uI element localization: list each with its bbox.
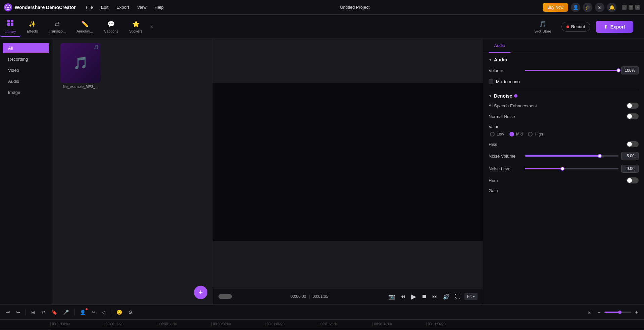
add-media-button[interactable]: +: [194, 286, 207, 299]
mix-to-mono-row: Mix to mono: [489, 79, 639, 84]
arrow-left-button[interactable]: ◁: [100, 308, 107, 316]
mix-to-mono-checkbox[interactable]: [489, 79, 493, 84]
mix-to-mono-label: Mix to mono: [496, 79, 520, 84]
toolbar-more-button[interactable]: ›: [148, 21, 155, 33]
menu-help[interactable]: Help: [151, 3, 167, 11]
tab-transitions-label: Transitio...: [49, 29, 66, 33]
zoom-fit-button[interactable]: ⊡: [586, 308, 594, 316]
radio-mid-label: Mid: [516, 132, 523, 136]
sidebar-item-recording[interactable]: Recording: [3, 54, 49, 64]
noise-volume-value[interactable]: -5.00: [621, 152, 639, 160]
redo-button[interactable]: ↪: [14, 308, 22, 316]
fullscreen-button[interactable]: ⛶: [454, 292, 462, 301]
tab-stickers[interactable]: ⭐ Stickers: [125, 18, 147, 36]
notification-icon[interactable]: 🎓: [583, 3, 592, 12]
panel-tab-audio[interactable]: Audio: [489, 39, 510, 53]
ai-speech-toggle[interactable]: [627, 103, 639, 109]
mail-icon[interactable]: ✉: [595, 3, 604, 12]
tab-library[interactable]: Library: [0, 16, 21, 37]
volume-slider[interactable]: [525, 70, 618, 71]
sidebar-item-all[interactable]: All: [3, 43, 49, 53]
play-button[interactable]: ▶: [410, 291, 417, 302]
marker-button[interactable]: 🔖: [49, 308, 59, 316]
bell-icon[interactable]: 🔔: [607, 3, 616, 12]
radio-high-label: High: [535, 132, 543, 136]
buy-now-button[interactable]: Buy Now: [543, 3, 568, 12]
media-item[interactable]: 🎵 🎵 file_example_MP3_...: [56, 43, 105, 89]
tab-effects[interactable]: ✨ Effects: [22, 18, 43, 36]
menu-view[interactable]: View: [134, 3, 150, 11]
zoom-slider-thumb: [618, 311, 622, 314]
sidebar-item-image[interactable]: Image: [3, 87, 49, 98]
volume-value[interactable]: 100%: [621, 66, 639, 74]
rewind-button[interactable]: ⏮: [399, 292, 407, 301]
zoom-slider[interactable]: [604, 312, 631, 313]
toolbar-divider-1: [26, 309, 26, 316]
record-audio-button[interactable]: 🎤: [61, 308, 71, 316]
menu-export[interactable]: Export: [113, 3, 133, 11]
fit-dropdown[interactable]: Fit ▾: [464, 293, 478, 300]
maximize-button[interactable]: □: [629, 5, 633, 10]
noise-volume-label: Noise Volume: [489, 154, 522, 159]
normal-noise-toggle[interactable]: [627, 113, 639, 119]
progress-pill[interactable]: [218, 294, 232, 299]
user-icon[interactable]: 👤: [571, 3, 580, 12]
noise-level-value[interactable]: -9.00: [621, 165, 639, 173]
hum-toggle[interactable]: [627, 177, 639, 183]
ruler-mark-3: 00:00:50:00: [211, 322, 265, 326]
audio-section-header[interactable]: ▼ Audio: [489, 57, 639, 62]
emoji-button[interactable]: 😊: [114, 308, 124, 316]
preview-controls: 00:00:00 | 00:01:05 📷 ⏮ ▶ ⏹ ⏭ 🔊 ⛶ Fit ▾: [213, 288, 483, 305]
volume-button[interactable]: 🔊: [442, 292, 451, 301]
noise-volume-slider[interactable]: [525, 155, 618, 157]
sfx-label: SFX Store: [534, 29, 551, 33]
split-button[interactable]: ⇄: [39, 308, 47, 316]
title-bar-actions: Buy Now 👤 🎓 ✉ 🔔 − □ ×: [543, 3, 640, 12]
main-layout: All Recording Video Audio Image 🎵 🎵 f: [0, 39, 644, 305]
tab-annotations-label: Annotati...: [77, 29, 93, 33]
menu-file[interactable]: File: [83, 3, 96, 11]
menu-edit[interactable]: Edit: [98, 3, 112, 11]
stop-button[interactable]: ⏹: [420, 292, 428, 301]
hiss-toggle[interactable]: [627, 141, 639, 147]
user-effect-button[interactable]: 👤: [78, 308, 88, 316]
radio-mid[interactable]: Mid: [509, 132, 523, 136]
timeline-ruler: 00:00:00:00 00:00:16:20 00:00:33:10 00:0…: [0, 319, 644, 329]
close-button[interactable]: ×: [635, 5, 640, 10]
chevron-down-icon: ▾: [473, 294, 475, 299]
stickers-icon: ⭐: [132, 20, 140, 28]
ruler-mark-2: 00:00:33:10: [158, 322, 211, 326]
normal-noise-label: Normal Noise: [489, 114, 624, 119]
tab-annotations[interactable]: ✏️ Annotati...: [72, 18, 98, 36]
export-button[interactable]: ⬆ Export: [596, 21, 633, 33]
sfx-store-tab[interactable]: 🎵 SFX Store: [530, 18, 556, 36]
sidebar-item-audio[interactable]: Audio: [3, 76, 49, 87]
cut-button[interactable]: ✂: [90, 308, 98, 316]
undo-button[interactable]: ↩: [4, 308, 12, 316]
fast-forward-button[interactable]: ⏭: [431, 292, 439, 301]
sidebar-item-video[interactable]: Video: [3, 65, 49, 75]
tab-effects-label: Effects: [27, 29, 38, 33]
record-button[interactable]: Record: [561, 22, 590, 32]
zoom-in-button[interactable]: +: [633, 308, 640, 316]
settings-button[interactable]: ⚙: [126, 308, 135, 316]
screenshot-button[interactable]: 📷: [387, 292, 396, 301]
zoom-out-button[interactable]: −: [596, 308, 602, 316]
preview-video-area: [213, 39, 483, 288]
ruler-mark-6: 00:01:40:00: [373, 322, 426, 326]
svg-rect-4: [11, 23, 13, 26]
denoise-section-header[interactable]: ▼ Denoise: [489, 93, 639, 99]
tab-transitions[interactable]: ⇄ Transitio...: [44, 18, 70, 36]
section-divider: [489, 89, 639, 89]
radio-high[interactable]: High: [528, 132, 543, 136]
crop-button[interactable]: ⊞: [29, 308, 37, 316]
tab-captions[interactable]: 💬 Captions: [99, 18, 123, 36]
radio-low[interactable]: Low: [490, 132, 504, 136]
denoise-chevron-icon: ▼: [489, 94, 492, 98]
ruler-mark-1: 00:00:16:20: [104, 322, 158, 326]
media-item-label: file_example_MP3_...: [60, 85, 101, 89]
svg-rect-1: [7, 20, 10, 22]
minimize-button[interactable]: −: [622, 5, 627, 10]
noise-level-slider[interactable]: [525, 168, 618, 169]
hum-toggle-thumb: [627, 178, 632, 183]
